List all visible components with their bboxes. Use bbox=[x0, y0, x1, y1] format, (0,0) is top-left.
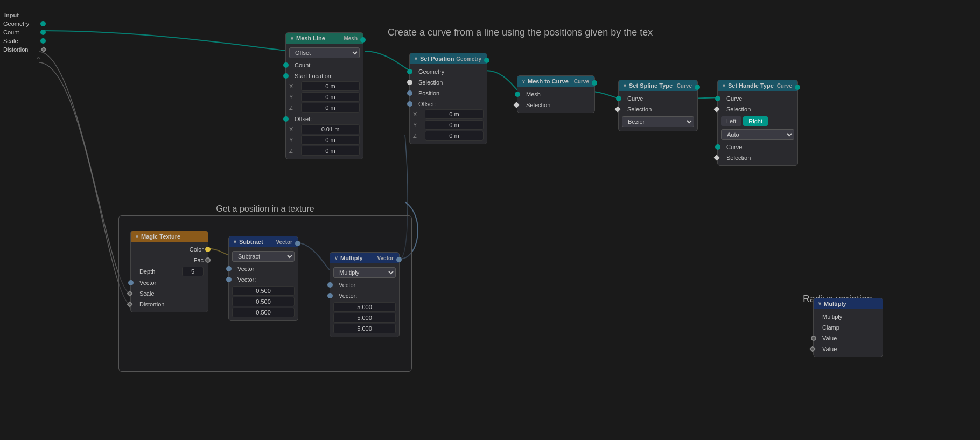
set-spline-type-node: ∨ Set Spline Type Curve Curve Selection … bbox=[618, 80, 698, 131]
mesh-to-curve-node: ∨ Mesh to Curve Curve Mesh Selection bbox=[517, 75, 595, 113]
scale-out-socket bbox=[40, 38, 46, 44]
set-spline-header: ∨ Set Spline Type Curve bbox=[619, 80, 697, 91]
sub-z-field[interactable]: 0.500 bbox=[232, 308, 295, 317]
mul-y-field[interactable]: 5.000 bbox=[333, 313, 396, 323]
multiply-dropdown[interactable]: Multiply bbox=[333, 267, 396, 278]
top-comment: Create a curve from a line using the pos… bbox=[388, 27, 653, 38]
spline-out-socket bbox=[695, 85, 700, 90]
set-handle-header: ∨ Set Handle Type Curve bbox=[718, 80, 797, 91]
mesh-line-dropdown[interactable]: Offset bbox=[289, 47, 360, 58]
count-out-socket bbox=[40, 30, 46, 35]
subtract-node: ∨ Subtract Vector Subtract Vector Vector… bbox=[228, 236, 298, 321]
magic-texture-node: ∨ Magic Texture Color Fac Depth 5 Vector… bbox=[130, 231, 208, 312]
count-in-socket bbox=[283, 62, 289, 68]
subtract-out-socket bbox=[295, 241, 300, 246]
input-count-row: Count bbox=[0, 28, 43, 37]
handle-right-button[interactable]: Right bbox=[743, 116, 768, 126]
set-handle-type-node: ∨ Set Handle Type Curve Curve Selection … bbox=[717, 80, 798, 166]
input-node-label: Input bbox=[0, 11, 43, 19]
sp-z-field[interactable]: 0 m bbox=[425, 131, 484, 141]
sp-y-field[interactable]: 0 m bbox=[425, 120, 484, 130]
spline-type-dropdown[interactable]: Bezier bbox=[622, 116, 694, 127]
multiply-right-node: ∨ Multiply Multiply Clamp Value Value bbox=[813, 298, 883, 357]
subtract-dropdown[interactable]: Subtract bbox=[232, 251, 295, 262]
sp-x-field[interactable]: 0 m bbox=[425, 109, 484, 119]
color-out-socket bbox=[205, 247, 211, 252]
sl-y-field[interactable]: 0 m bbox=[301, 92, 360, 102]
multiply-node: ∨ Multiply Vector Multiply Vector Vector… bbox=[330, 252, 400, 337]
m2c-out-socket bbox=[592, 80, 597, 86]
mesh-line-node: ∨ Mesh Line Mesh Offset Count Start Loca… bbox=[285, 32, 363, 159]
set-position-node: ∨ Set Position Geometry Geometry Selecti… bbox=[409, 53, 487, 144]
multiply-right-header: ∨ Multiply bbox=[814, 298, 883, 309]
offset-label-row: Offset: bbox=[286, 114, 363, 124]
handle-left-button[interactable]: Left bbox=[721, 116, 741, 126]
off-z-field[interactable]: 0 m bbox=[301, 146, 360, 156]
mul-x-field[interactable]: 5.000 bbox=[333, 302, 396, 312]
off-y-field[interactable]: 0 m bbox=[301, 135, 360, 145]
mul-z-field[interactable]: 5.000 bbox=[333, 324, 396, 333]
sub-y-field[interactable]: 0.500 bbox=[232, 297, 295, 306]
geometry-out-socket bbox=[40, 21, 46, 26]
fac-out-socket bbox=[205, 257, 211, 263]
input-scale-row: Scale bbox=[0, 37, 43, 45]
set-pos-out-socket bbox=[484, 58, 489, 63]
mesh-line-header: ∨ Mesh Line Mesh bbox=[286, 33, 363, 44]
mesh-line-out-socket bbox=[360, 37, 366, 43]
multiply-header: ∨ Multiply Vector bbox=[330, 253, 399, 263]
distortion-out-socket bbox=[41, 46, 47, 52]
sl-z-field[interactable]: 0 m bbox=[301, 103, 360, 113]
multiply-out-socket bbox=[396, 257, 402, 262]
sub-x-field[interactable]: 0.500 bbox=[232, 286, 295, 296]
magic-header: ∨ Magic Texture bbox=[131, 231, 208, 242]
input-geometry-row: Geometry bbox=[0, 19, 43, 28]
sl-x-field[interactable]: 0 m bbox=[301, 81, 360, 91]
depth-field[interactable]: 5 bbox=[182, 267, 204, 276]
mesh-line-count-row: Count bbox=[286, 60, 363, 71]
start-location-label-row: Start Location: bbox=[286, 71, 363, 81]
handle-out-socket bbox=[795, 85, 800, 90]
input-node: Input Geometry Count Scale Distortion ○ bbox=[0, 11, 43, 62]
subtract-header: ∨ Subtract Vector bbox=[229, 236, 298, 247]
set-position-header: ∨ Set Position Geometry bbox=[410, 53, 487, 64]
input-distortion-row: Distortion bbox=[0, 45, 43, 54]
group-box-label: Get a position in a texture bbox=[216, 204, 314, 214]
off-x-field[interactable]: 0.01 m bbox=[301, 124, 360, 134]
mesh-to-curve-header: ∨ Mesh to Curve Curve bbox=[517, 76, 594, 87]
handle-type-dropdown[interactable]: Auto bbox=[721, 129, 794, 140]
